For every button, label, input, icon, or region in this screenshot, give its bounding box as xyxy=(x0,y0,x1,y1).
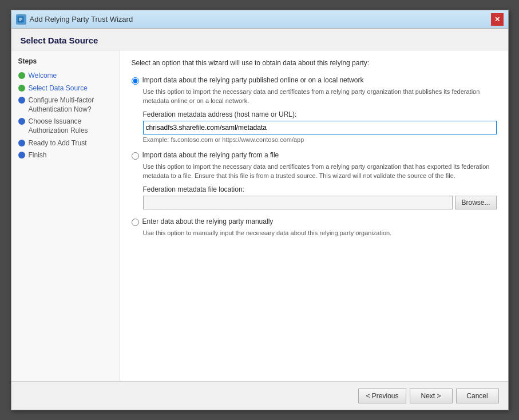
sidebar-label-select-data-source: Select Data Source xyxy=(29,84,88,93)
svg-rect-3 xyxy=(19,20,21,21)
federation-url-input[interactable] xyxy=(143,121,497,134)
step-dot-ready-to-add xyxy=(18,140,25,146)
option-online-group: Import data about the relying party publ… xyxy=(132,76,497,143)
sidebar-item-finish: Finish xyxy=(11,149,120,162)
option-file-desc: Use this option to import the necessary … xyxy=(143,162,497,181)
option-online-row[interactable]: Import data about the relying party publ… xyxy=(132,76,497,85)
option-manual-group: Enter data about the relying party manua… xyxy=(132,217,497,238)
sidebar-label-welcome: Welcome xyxy=(29,72,57,81)
wizard-window: Add Relying Party Trust Wizard ✕ Select … xyxy=(11,10,509,410)
step-dot-configure-mfa xyxy=(18,97,25,104)
sidebar-item-welcome: Welcome xyxy=(11,70,120,82)
sidebar-item-choose-issuance: Choose Issuance Authorization Rules xyxy=(11,116,120,137)
title-bar: Add Relying Party Trust Wizard ✕ xyxy=(11,10,508,29)
main-panel: Select an option that this wizard will u… xyxy=(120,50,508,381)
window-title: Add Relying Party Trust Wizard xyxy=(30,15,133,23)
svg-rect-1 xyxy=(19,18,22,19)
option-file-group: Import data about the relying party from… xyxy=(132,151,497,209)
option-manual-desc: Use this option to manually input the ne… xyxy=(143,228,497,238)
page-title: Select Data Source xyxy=(21,35,499,45)
federation-url-label: Federation metadata address (host name o… xyxy=(143,110,497,118)
sidebar-item-ready-to-add: Ready to Add Trust xyxy=(11,137,120,150)
option-file-label[interactable]: Import data about the relying party from… xyxy=(142,151,279,159)
cancel-button[interactable]: Cancel xyxy=(456,389,499,403)
step-dot-welcome xyxy=(18,72,25,79)
sidebar-label-ready-to-add: Ready to Add Trust xyxy=(29,139,87,148)
next-button[interactable]: Next > xyxy=(410,389,453,403)
option-manual-label[interactable]: Enter data about the relying party manua… xyxy=(142,217,274,225)
step-dot-choose-issuance xyxy=(18,118,25,125)
sidebar-label-configure-mfa: Configure Multi-factor Authentication No… xyxy=(29,96,113,114)
sidebar-heading: Steps xyxy=(11,57,120,70)
content-area: Steps Welcome Select Data Source Configu… xyxy=(11,50,508,381)
wizard-icon xyxy=(16,14,26,25)
option-online-radio[interactable] xyxy=(132,77,139,85)
page-header: Select Data Source xyxy=(11,29,508,50)
option-file-row[interactable]: Import data about the relying party from… xyxy=(132,151,497,160)
step-dot-select-data-source xyxy=(18,85,25,92)
previous-button[interactable]: < Previous xyxy=(358,389,406,403)
footer: < Previous Next > Cancel xyxy=(11,381,508,410)
option-online-desc: Use this option to import the necessary … xyxy=(143,87,497,106)
federation-file-label: Federation metadata file location: xyxy=(143,185,497,193)
sidebar-item-configure-mfa: Configure Multi-factor Authentication No… xyxy=(11,94,120,116)
sidebar-label-finish: Finish xyxy=(29,151,47,160)
browse-button[interactable]: Browse... xyxy=(455,196,496,209)
option-manual-radio[interactable] xyxy=(132,219,139,226)
federation-file-input[interactable] xyxy=(143,196,453,209)
sidebar: Steps Welcome Select Data Source Configu… xyxy=(11,50,120,381)
close-button[interactable]: ✕ xyxy=(491,13,504,26)
instruction-text: Select an option that this wizard will u… xyxy=(132,58,497,68)
federation-url-example: Example: fs.contoso.com or https://www.c… xyxy=(143,136,497,143)
option-file-radio[interactable] xyxy=(132,152,139,160)
sidebar-item-select-data-source: Select Data Source xyxy=(11,82,120,95)
title-bar-left: Add Relying Party Trust Wizard xyxy=(16,14,133,25)
svg-rect-2 xyxy=(19,19,22,19)
step-dot-finish xyxy=(18,152,25,159)
option-manual-row[interactable]: Enter data about the relying party manua… xyxy=(132,217,497,226)
option-online-label[interactable]: Import data about the relying party publ… xyxy=(142,76,364,84)
sidebar-label-choose-issuance: Choose Issuance Authorization Rules xyxy=(29,117,113,135)
federation-file-row: Browse... xyxy=(143,196,497,209)
